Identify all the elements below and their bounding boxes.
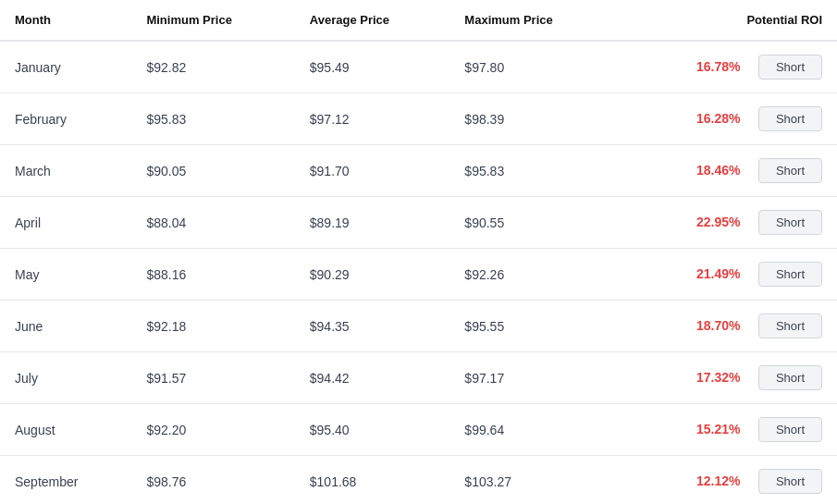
cell-max-february: $98.39 xyxy=(449,93,617,145)
short-button-september[interactable]: Short xyxy=(758,469,822,494)
table-row: July $91.57 $94.42 $97.17 17.32% Short xyxy=(0,352,837,404)
cell-roi-action-august: 15.21% Short xyxy=(617,404,837,456)
cell-min-may: $88.16 xyxy=(131,249,294,301)
roi-value-september: 12.12% xyxy=(696,473,740,488)
short-button-january[interactable]: Short xyxy=(758,55,822,80)
short-button-april[interactable]: Short xyxy=(758,210,822,235)
table-row: August $92.20 $95.40 $99.64 15.21% Short xyxy=(0,404,837,456)
cell-avg-may: $90.29 xyxy=(295,249,450,301)
table-row: May $88.16 $90.29 $92.26 21.49% Short xyxy=(0,249,837,301)
table-row: September $98.76 $101.68 $103.27 12.12% … xyxy=(0,456,837,505)
table-body: January $92.82 $95.49 $97.80 16.78% Shor… xyxy=(0,41,837,504)
cell-avg-september: $101.68 xyxy=(295,456,450,505)
price-table-container: Month Minimum Price Average Price Maximu… xyxy=(0,0,837,504)
col-header-roi: Potential ROI xyxy=(617,0,837,41)
cell-month-july: July xyxy=(0,352,131,404)
cell-roi-action-june: 18.70% Short xyxy=(617,301,837,352)
cell-month-september: September xyxy=(0,456,131,505)
col-header-min-price: Minimum Price xyxy=(131,0,294,41)
cell-roi-action-april: 22.95% Short xyxy=(617,197,837,249)
table-row: March $90.05 $91.70 $95.83 18.46% Short xyxy=(0,145,837,197)
cell-month-april: April xyxy=(0,197,131,249)
short-button-june[interactable]: Short xyxy=(758,313,822,338)
short-button-may[interactable]: Short xyxy=(758,262,822,287)
table-row: January $92.82 $95.49 $97.80 16.78% Shor… xyxy=(0,41,837,93)
col-header-month: Month xyxy=(0,0,131,41)
cell-avg-march: $91.70 xyxy=(295,145,450,197)
cell-min-august: $92.20 xyxy=(131,404,294,456)
cell-month-june: June xyxy=(0,301,131,352)
table-row: February $95.83 $97.12 $98.39 16.28% Sho… xyxy=(0,93,837,145)
cell-avg-january: $95.49 xyxy=(295,41,450,93)
cell-roi-action-march: 18.46% Short xyxy=(617,145,837,197)
cell-min-july: $91.57 xyxy=(131,352,294,404)
cell-month-february: February xyxy=(0,93,131,145)
cell-roi-action-september: 12.12% Short xyxy=(617,456,837,505)
cell-month-may: May xyxy=(0,249,131,301)
roi-value-july: 17.32% xyxy=(696,370,740,385)
cell-min-june: $92.18 xyxy=(131,301,294,352)
cell-avg-august: $95.40 xyxy=(295,404,450,456)
cell-roi-action-july: 17.32% Short xyxy=(617,352,837,404)
col-header-max-price: Maximum Price xyxy=(449,0,617,41)
cell-avg-february: $97.12 xyxy=(295,93,450,145)
cell-month-march: March xyxy=(0,145,131,197)
cell-roi-action-may: 21.49% Short xyxy=(617,249,837,301)
price-table: Month Minimum Price Average Price Maximu… xyxy=(0,0,837,504)
roi-value-february: 16.28% xyxy=(696,111,740,126)
cell-min-march: $90.05 xyxy=(131,145,294,197)
roi-value-june: 18.70% xyxy=(696,318,740,333)
cell-max-august: $99.64 xyxy=(449,404,617,456)
short-button-march[interactable]: Short xyxy=(758,158,822,183)
cell-avg-april: $89.19 xyxy=(295,197,450,249)
cell-max-march: $95.83 xyxy=(449,145,617,197)
cell-max-september: $103.27 xyxy=(449,456,617,505)
cell-max-april: $90.55 xyxy=(449,197,617,249)
cell-avg-june: $94.35 xyxy=(295,301,450,352)
cell-max-may: $92.26 xyxy=(449,249,617,301)
roi-value-august: 15.21% xyxy=(696,422,740,436)
col-header-avg-price: Average Price xyxy=(295,0,450,41)
cell-max-january: $97.80 xyxy=(449,41,617,93)
cell-month-august: August xyxy=(0,404,131,456)
table-header-row: Month Minimum Price Average Price Maximu… xyxy=(0,0,837,41)
roi-value-march: 18.46% xyxy=(696,163,740,178)
roi-value-april: 22.95% xyxy=(696,215,740,229)
short-button-february[interactable]: Short xyxy=(758,106,822,131)
cell-min-september: $98.76 xyxy=(131,456,294,505)
table-row: April $88.04 $89.19 $90.55 22.95% Short xyxy=(0,197,837,249)
roi-value-may: 21.49% xyxy=(696,266,740,281)
cell-roi-action-january: 16.78% Short xyxy=(617,41,837,93)
table-row: June $92.18 $94.35 $95.55 18.70% Short xyxy=(0,301,837,352)
cell-min-april: $88.04 xyxy=(131,197,294,249)
cell-max-june: $95.55 xyxy=(449,301,617,352)
roi-value-january: 16.78% xyxy=(696,59,740,74)
cell-min-january: $92.82 xyxy=(131,41,294,93)
cell-min-february: $95.83 xyxy=(131,93,294,145)
cell-avg-july: $94.42 xyxy=(295,352,450,404)
cell-roi-action-february: 16.28% Short xyxy=(617,93,837,145)
short-button-august[interactable]: Short xyxy=(758,417,822,442)
short-button-july[interactable]: Short xyxy=(758,365,822,390)
cell-max-july: $97.17 xyxy=(449,352,617,404)
cell-month-january: January xyxy=(0,41,131,93)
